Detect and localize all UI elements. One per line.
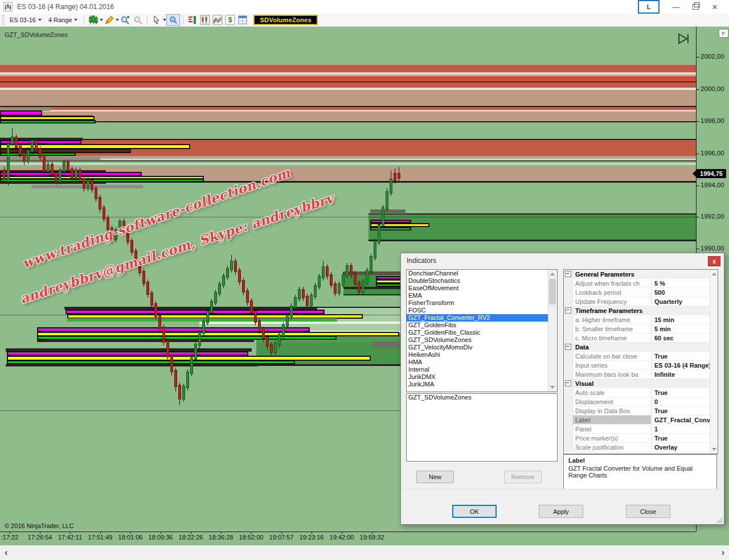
- property-value[interactable]: 5 min: [652, 324, 710, 333]
- indicator-list-item[interactable]: GZT_Fractal_Converter_RV2: [407, 314, 548, 322]
- property-row[interactable]: Update FrequencyQuarterly: [564, 297, 710, 306]
- property-row[interactable]: LabelGZT_Fractal_Converte: [564, 415, 710, 425]
- configured-indicators-list[interactable]: GZT_SDVolumeZones: [406, 393, 558, 462]
- zoom-out-button[interactable]: [132, 15, 144, 25]
- property-value[interactable]: 0: [652, 397, 710, 406]
- property-row[interactable]: Panel1: [564, 425, 710, 434]
- new-button[interactable]: New: [416, 471, 454, 483]
- property-section-header[interactable]: Visual: [564, 379, 710, 388]
- list-scrollbar[interactable]: [548, 270, 557, 392]
- scroll-down-icon[interactable]: [710, 445, 718, 454]
- property-row[interactable]: Scale justificationOverlay: [564, 443, 710, 452]
- property-row[interactable]: Lookback period500: [564, 288, 710, 297]
- indicator-list-item[interactable]: GZT_SDVolumeZones: [407, 336, 548, 344]
- indicator-list-item[interactable]: GZT_VelocityMomoDiv: [407, 344, 548, 351]
- zoom-in-button[interactable]: [119, 15, 132, 25]
- sdvolumezones-button[interactable]: SDVolumeZones: [253, 15, 318, 25]
- close-button[interactable]: ✕: [705, 1, 724, 13]
- cursor-button[interactable]: [150, 15, 163, 25]
- restore-button[interactable]: [686, 1, 705, 13]
- properties-scrollbar[interactable]: [710, 270, 718, 454]
- indicator-list-item[interactable]: DoubleStochastics: [407, 277, 548, 285]
- property-value[interactable]: True: [652, 352, 710, 360]
- property-row[interactable]: Display in Data BoxTrue: [564, 406, 710, 415]
- toolbar-grip[interactable]: [2, 15, 5, 24]
- close-dialog-button[interactable]: Close: [626, 505, 670, 518]
- scroll-left-icon[interactable]: ‹: [5, 547, 7, 558]
- property-value[interactable]: 1: [652, 425, 710, 433]
- chart-window-button[interactable]: [199, 15, 211, 25]
- property-value[interactable]: Quarterly: [652, 297, 710, 306]
- indicator-properties-grid[interactable]: General ParametersAdjust when fractals c…: [563, 269, 718, 454]
- property-row[interactable]: Adjust when fractals ch5 %: [564, 279, 710, 288]
- property-value[interactable]: Infinite: [652, 370, 710, 378]
- scrollbar-thumb[interactable]: [549, 279, 556, 304]
- link-button[interactable]: L: [638, 0, 660, 14]
- indicator-list-item[interactable]: FOSC: [407, 307, 548, 314]
- market-depth-button[interactable]: [186, 15, 199, 25]
- instrument-selector[interactable]: ES 03-16: [6, 15, 45, 24]
- resize-grip-icon[interactable]: [716, 516, 723, 523]
- collapse-minus-icon[interactable]: [565, 380, 571, 386]
- property-value[interactable]: True: [652, 434, 710, 442]
- indicator-list-item[interactable]: GZT_GoldenFibs: [407, 322, 548, 329]
- property-value[interactable]: 5 %: [652, 279, 710, 287]
- minimize-button[interactable]: —: [666, 1, 686, 13]
- chart-style-button[interactable]: [87, 15, 100, 25]
- property-value[interactable]: 500: [652, 288, 710, 297]
- dollar-button[interactable]: $: [224, 15, 236, 25]
- window-titlebar[interactable]: ES 03-16 (4 Range) 04.01.2016 L — ✕: [0, 0, 729, 14]
- panel-tab-f[interactable]: F: [719, 29, 728, 38]
- property-section-header[interactable]: Data: [564, 343, 710, 352]
- range-selector[interactable]: 4 Range: [45, 15, 81, 24]
- property-section-header[interactable]: Timeframe Parameters: [564, 306, 710, 315]
- data-grid-button[interactable]: [236, 15, 249, 25]
- configured-indicator-item[interactable]: GZT_SDVolumeZones: [407, 394, 557, 401]
- property-value[interactable]: 60 sec: [652, 333, 710, 342]
- scroll-up-icon[interactable]: [710, 270, 718, 278]
- property-row[interactable]: a. Higher timeframe15 min: [564, 315, 710, 324]
- indicator-list-item[interactable]: HeikenAshi: [407, 351, 548, 359]
- zoom-region-button[interactable]: [166, 14, 180, 26]
- remove-button[interactable]: Remove: [504, 471, 542, 483]
- property-value[interactable]: GZT_Fractal_Converte: [652, 415, 710, 424]
- property-row[interactable]: Price marker(s)True: [564, 434, 710, 443]
- property-value[interactable]: True: [652, 388, 710, 397]
- scroll-right-icon[interactable]: ›: [722, 547, 724, 558]
- collapse-minus-icon[interactable]: [565, 344, 571, 350]
- horizontal-scrollbar[interactable]: ‹ ›: [0, 545, 729, 560]
- play-forward-icon[interactable]: [677, 32, 690, 48]
- indicator-list-item[interactable]: EMA: [407, 292, 548, 299]
- indicator-list-item[interactable]: GZT_GoldenFibs_Classic: [407, 329, 548, 336]
- property-value[interactable]: 15 min: [652, 315, 710, 324]
- ok-button[interactable]: OK: [452, 505, 497, 518]
- available-indicators-list[interactable]: DonchianChannelDoubleStochasticsEaseOfMo…: [406, 269, 558, 392]
- scroll-up-icon[interactable]: [548, 270, 556, 278]
- property-row[interactable]: Maximum bars look baInfinite: [564, 370, 710, 379]
- indicator-list-item[interactable]: FisherTransform: [407, 299, 548, 307]
- property-value[interactable]: Overlay: [652, 443, 710, 451]
- indicator-list-item[interactable]: JurikDMX: [407, 373, 548, 381]
- dialog-titlebar[interactable]: Indicators: [401, 253, 724, 268]
- property-value[interactable]: True: [652, 406, 710, 415]
- indicators-dialog[interactable]: Indicators x DonchianChannelDoubleStocha…: [400, 253, 724, 525]
- indicator-list-item[interactable]: Internal: [407, 366, 548, 373]
- scroll-down-icon[interactable]: [548, 383, 556, 392]
- property-row[interactable]: c. Micro timeframe60 sec: [564, 333, 710, 343]
- property-row[interactable]: Displacement0: [564, 397, 710, 406]
- indicator-list-item[interactable]: HMA: [407, 359, 548, 366]
- indicator-list-item[interactable]: JurikJMA: [407, 381, 548, 388]
- line-chart-button[interactable]: [211, 15, 224, 25]
- draw-button[interactable]: [103, 15, 116, 25]
- property-value[interactable]: ES 03-16 (4 Range): [652, 361, 710, 369]
- apply-button[interactable]: Apply: [539, 505, 583, 518]
- property-row[interactable]: b. Smaller timeframe5 min: [564, 324, 710, 333]
- property-section-header[interactable]: General Parameters: [564, 270, 710, 279]
- property-row[interactable]: Input seriesES 03-16 (4 Range): [564, 361, 710, 370]
- property-row[interactable]: Auto scaleTrue: [564, 388, 710, 397]
- collapse-minus-icon[interactable]: [565, 271, 571, 277]
- indicator-list-item[interactable]: DonchianChannel: [407, 270, 548, 277]
- dialog-close-button[interactable]: x: [708, 256, 720, 266]
- property-row[interactable]: Calculate on bar closeTrue: [564, 352, 710, 361]
- collapse-minus-icon[interactable]: [565, 307, 571, 314]
